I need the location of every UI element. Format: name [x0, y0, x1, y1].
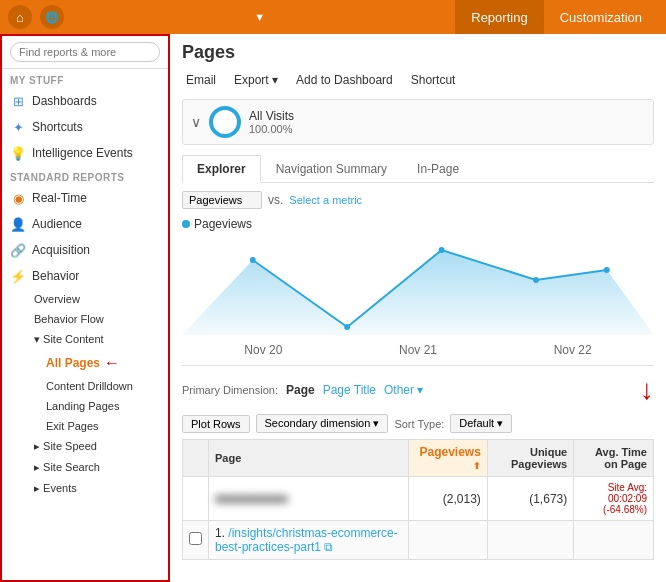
metric-select-2-link[interactable]: Select a metric — [289, 194, 362, 206]
acquisition-label: Acquisition — [32, 243, 90, 257]
dim-other-link[interactable]: Other ▾ — [384, 383, 423, 397]
plot-rows-button[interactable]: Plot Rows — [182, 415, 250, 433]
dashboards-label: Dashboards — [32, 94, 97, 108]
secondary-dim-button[interactable]: Secondary dimension ▾ — [256, 414, 389, 433]
tab-reporting[interactable]: Reporting — [455, 0, 543, 34]
row-avgtime-total: Site Avg: 00:02:09(-64.68%) — [574, 477, 654, 521]
dropdown-arrow-icon: ▼ — [254, 11, 265, 23]
sidebar-item-site-speed[interactable]: ▸ Site Speed — [2, 436, 168, 457]
app-header: ⌂ 🌐 ▼ Reporting Customization — [0, 0, 666, 34]
row-pageviews-total: (2,013) — [408, 477, 487, 521]
sidebar-item-behavior[interactable]: ⚡ Behavior — [2, 263, 168, 289]
sidebar-item-behavior-flow[interactable]: Behavior Flow — [2, 309, 168, 329]
row-pageviews-1 — [408, 521, 487, 560]
my-stuff-section-label: MY STUFF — [2, 69, 168, 88]
standard-reports-label: STANDARD REPORTS — [2, 166, 168, 185]
header-tabs: Reporting Customization — [455, 0, 658, 34]
chart-area — [182, 235, 654, 335]
search-input[interactable] — [10, 42, 160, 62]
chart-dates: Nov 20 Nov 21 Nov 22 — [182, 343, 654, 357]
add-to-dashboard-button[interactable]: Add to Dashboard — [292, 71, 397, 89]
nav-dropdown[interactable]: ▼ — [246, 11, 273, 23]
row-page-total: ■■■■■■■■■■ — [209, 477, 409, 521]
sidebar-item-landing-pages[interactable]: Landing Pages — [2, 396, 168, 416]
svg-point-5 — [604, 267, 610, 273]
chart-svg — [182, 235, 654, 335]
table-row: 1. /insights/christmas-ecommerce-best-pr… — [183, 521, 654, 560]
svg-point-3 — [439, 247, 445, 253]
sort-type-button[interactable]: Default ▾ — [450, 414, 512, 433]
globe-icon[interactable]: 🌐 — [40, 5, 64, 29]
sort-asc-icon: ⬆ — [473, 461, 481, 471]
sidebar-item-shortcuts[interactable]: ✦ Shortcuts — [2, 114, 168, 140]
metric-row: Pageviews vs. Select a metric — [182, 191, 654, 209]
table-controls: Primary Dimension: Page Page Title Other… — [182, 365, 654, 406]
data-table: Page Pageviews ⬆ Unique Pageviews Avg. T… — [182, 439, 654, 560]
export-button[interactable]: Export ▾ — [230, 71, 282, 89]
row-checkbox-input-1[interactable] — [189, 532, 202, 545]
table-row: ■■■■■■■■■■ (2,013) (1,673) Site Avg: 00:… — [183, 477, 654, 521]
segment-info: All Visits 100.00% — [249, 109, 294, 135]
sort-type-label: Sort Type: — [394, 418, 444, 430]
row-checkbox-total[interactable] — [183, 477, 209, 521]
home-icon[interactable]: ⌂ — [8, 5, 32, 29]
sidebar-item-all-pages[interactable]: All Pages ← — [2, 350, 168, 376]
row-page-link-1[interactable]: /insights/christmas-ecommerce-best-pract… — [215, 526, 398, 554]
row-checkbox-1[interactable] — [183, 521, 209, 560]
realtime-label: Real-Time — [32, 191, 87, 205]
main-content: Pages Email Export ▾ Add to Dashboard Sh… — [170, 34, 666, 582]
sidebar-item-realtime[interactable]: ◉ Real-Time — [2, 185, 168, 211]
primary-dim-label: Primary Dimension: — [182, 384, 278, 396]
row-avgtime-1 — [574, 521, 654, 560]
sidebar-item-acquisition[interactable]: 🔗 Acquisition — [2, 237, 168, 263]
behavior-label: Behavior — [32, 269, 79, 283]
audience-icon: 👤 — [10, 216, 26, 232]
shortcuts-icon: ✦ — [10, 119, 26, 135]
segment-chevron-icon[interactable]: ∨ — [191, 114, 201, 130]
segment-bar: ∨ All Visits 100.00% — [182, 99, 654, 145]
tab-in-page[interactable]: In-Page — [402, 155, 474, 183]
svg-point-2 — [344, 324, 350, 330]
sidebar-item-overview[interactable]: Overview — [2, 289, 168, 309]
chart-label: Pageviews — [182, 217, 654, 231]
tab-navigation-summary[interactable]: Navigation Summary — [261, 155, 402, 183]
shortcut-button[interactable]: Shortcut — [407, 71, 460, 89]
dim-page-link[interactable]: Page — [286, 383, 315, 397]
sidebar-item-dashboards[interactable]: ⊞ Dashboards — [2, 88, 168, 114]
row-unique-1 — [487, 521, 573, 560]
row-page-1: 1. /insights/christmas-ecommerce-best-pr… — [209, 521, 409, 560]
segment-name: All Visits — [249, 109, 294, 123]
sidebar: MY STUFF ⊞ Dashboards ✦ Shortcuts 💡 Inte… — [0, 34, 170, 582]
table-actions: Plot Rows Secondary dimension ▾ Sort Typ… — [182, 414, 654, 433]
col-unique-pageviews: Unique Pageviews — [487, 440, 573, 477]
date-nov20: Nov 20 — [244, 343, 282, 357]
sidebar-item-site-search[interactable]: ▸ Site Search — [2, 457, 168, 478]
metric-select-1[interactable]: Pageviews — [182, 191, 262, 209]
sidebar-item-intelligence[interactable]: 💡 Intelligence Events — [2, 140, 168, 166]
sidebar-item-audience[interactable]: 👤 Audience — [2, 211, 168, 237]
all-pages-arrow: ← — [104, 354, 120, 372]
sidebar-item-site-content[interactable]: ▾ Site Content — [2, 329, 168, 350]
sidebar-item-events[interactable]: ▸ Events — [2, 478, 168, 499]
chart-dot-icon — [182, 220, 190, 228]
chart-label-text: Pageviews — [194, 217, 252, 231]
svg-point-1 — [250, 257, 256, 263]
metric-vs-label: vs. — [268, 193, 283, 207]
search-box — [2, 36, 168, 69]
behavior-icon: ⚡ — [10, 268, 26, 284]
intelligence-icon: 💡 — [10, 145, 26, 161]
col-avg-time: Avg. Time on Page — [574, 440, 654, 477]
col-pageviews: Pageviews ⬆ — [408, 440, 487, 477]
email-button[interactable]: Email — [182, 71, 220, 89]
tab-customization[interactable]: Customization — [544, 0, 658, 34]
row-num-1: 1. — [215, 526, 225, 540]
tab-explorer[interactable]: Explorer — [182, 155, 261, 183]
row-unique-total: (1,673) — [487, 477, 573, 521]
sidebar-item-exit-pages[interactable]: Exit Pages — [2, 416, 168, 436]
intelligence-label: Intelligence Events — [32, 146, 133, 160]
sidebar-item-content-drilldown[interactable]: Content Drilldown — [2, 376, 168, 396]
acquisition-icon: 🔗 — [10, 242, 26, 258]
date-nov21: Nov 21 — [399, 343, 437, 357]
dashboards-icon: ⊞ — [10, 93, 26, 109]
dim-page-title-link[interactable]: Page Title — [323, 383, 376, 397]
